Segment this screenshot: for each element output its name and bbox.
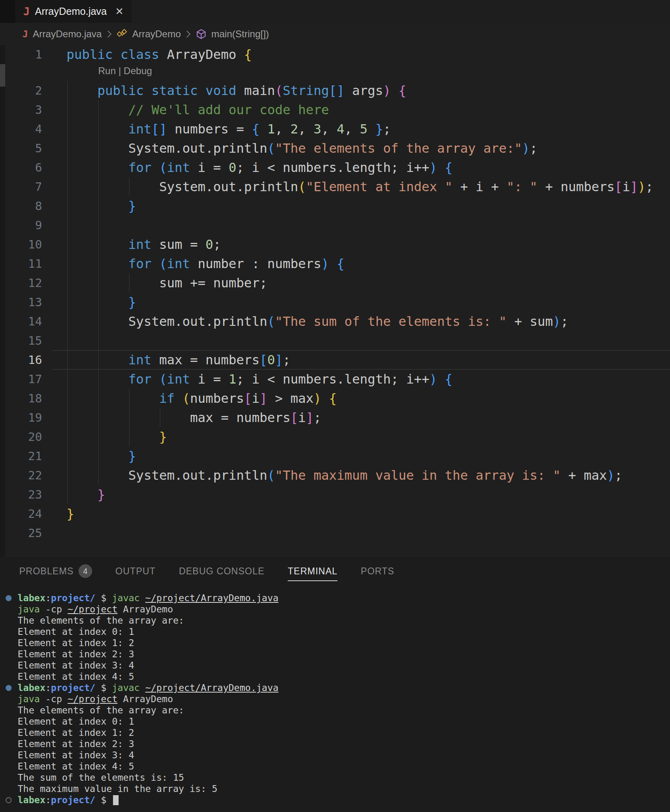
code-text: public static void main(String[] args) { (42, 81, 670, 100)
line-number[interactable]: 5 (0, 139, 42, 158)
code-line-8[interactable]: 8 } (0, 196, 670, 216)
bottom-panel: PROBLEMS4OUTPUTDEBUG CONSOLETERMINALPORT… (0, 557, 670, 812)
code-line-2[interactable]: 2 public static void main(String[] args)… (0, 81, 670, 100)
panel-tab-debug-console[interactable]: DEBUG CONSOLE (179, 557, 264, 585)
terminal-link[interactable]: ~/project/ArrayDemo.java (145, 593, 278, 603)
code-text: } (42, 293, 670, 312)
close-icon[interactable]: ✕ (115, 6, 124, 16)
terminal-link[interactable]: ~/project (68, 694, 118, 704)
code-line-12[interactable]: 12 sum += number; (0, 273, 670, 293)
terminal-line: Element at index 4: 5 (18, 761, 670, 772)
line-number[interactable]: 1 (0, 45, 42, 64)
code-line-19[interactable]: 19 max = numbers[i]; (0, 408, 670, 427)
panel-tab-label: PORTS (361, 557, 394, 585)
line-number[interactable]: 6 (0, 158, 42, 177)
tabbar-corner (0, 0, 15, 23)
code-line-6[interactable]: 6 for (int i = 0; i < numbers.length; i+… (0, 158, 670, 177)
line-number[interactable]: 22 (0, 466, 42, 485)
line-number[interactable]: 21 (0, 446, 42, 466)
code-text: for (int i = 0; i < numbers.length; i++)… (42, 158, 670, 177)
code-text: max = numbers[i]; (42, 408, 670, 427)
line-number[interactable]: 10 (0, 235, 42, 254)
code-line-21[interactable]: 21 } (0, 446, 670, 466)
line-number[interactable]: 17 (0, 370, 42, 389)
codelens-run-debug[interactable]: Run | Debug (0, 64, 670, 81)
terminal-line: The maximum value in the array is: 5 (18, 783, 670, 794)
line-number[interactable]: 19 (0, 408, 42, 427)
problems-badge: 4 (79, 564, 92, 578)
line-number[interactable]: 16 (0, 350, 42, 370)
line-number[interactable]: 15 (0, 331, 42, 350)
line-number[interactable]: 11 (0, 254, 42, 273)
code-text: int[] numbers = { 1, 2, 3, 4, 5 }; (42, 119, 670, 139)
code-line-3[interactable]: 3 // We'll add our code here (0, 100, 670, 119)
breadcrumb: J ArrayDemo.java ArrayDemo main(String[]… (0, 23, 670, 45)
code-line-22[interactable]: 22 System.out.println("The maximum value… (0, 466, 670, 485)
terminal-line: The elements of the array are: (18, 615, 670, 626)
line-number[interactable]: 12 (0, 273, 42, 293)
terminal-line: Element at index 2: 3 (18, 738, 670, 749)
code-line-15[interactable]: 15 (0, 331, 670, 350)
panel-tab-problems[interactable]: PROBLEMS4 (19, 557, 92, 585)
code-text (42, 216, 670, 235)
code-line-7[interactable]: 7 System.out.println("Element at index "… (0, 177, 670, 196)
code-text: // We'll add our code here (42, 100, 670, 119)
command-decoration-icon[interactable] (6, 797, 12, 803)
code-line-17[interactable]: 17 for (int i = 1; i < numbers.length; i… (0, 370, 670, 389)
code-text: } (42, 196, 670, 216)
line-number[interactable]: 13 (0, 293, 42, 312)
breadcrumb-method[interactable]: main(String[]) (211, 28, 269, 40)
panel-tab-bar: PROBLEMS4OUTPUTDEBUG CONSOLETERMINALPORT… (0, 557, 670, 585)
code-line-13[interactable]: 13 } (0, 293, 670, 312)
line-number[interactable]: 9 (0, 216, 42, 235)
line-number[interactable]: 25 (0, 523, 42, 543)
terminal-line: labex:project/ $ javac ~/project/ArrayDe… (18, 682, 670, 693)
line-number[interactable]: 3 (0, 100, 42, 119)
java-file-icon: J (23, 5, 30, 18)
breadcrumb-file[interactable]: ArrayDemo.java (33, 28, 102, 40)
indent-guide (129, 273, 129, 293)
code-line-20[interactable]: 20 } (0, 427, 670, 446)
line-number[interactable]: 24 (0, 504, 42, 523)
code-line-25[interactable]: 25 (0, 523, 670, 543)
code-line-16[interactable]: 16 int max = numbers[0]; (0, 350, 670, 370)
terminal-link[interactable]: ~/project/ArrayDemo.java (145, 683, 278, 693)
line-number[interactable]: 14 (0, 312, 42, 331)
terminal-line: Element at index 0: 1 (18, 716, 670, 727)
code-line-11[interactable]: 11 for (int number : numbers) { (0, 254, 670, 273)
indent-guide (160, 408, 160, 427)
code-line-9[interactable]: 9 (0, 216, 670, 235)
code-line-10[interactable]: 10 int sum = 0; (0, 235, 670, 254)
line-number[interactable]: 18 (0, 389, 42, 408)
line-number[interactable]: 4 (0, 119, 42, 139)
terminal[interactable]: labex:project/ $ javac ~/project/ArrayDe… (0, 585, 670, 812)
code-line-18[interactable]: 18 if (numbers[i] > max) { (0, 389, 670, 408)
panel-tab-terminal[interactable]: TERMINAL (288, 557, 337, 585)
line-number[interactable]: 2 (0, 81, 42, 100)
panel-tab-ports[interactable]: PORTS (361, 557, 394, 585)
breadcrumb-class[interactable]: ArrayDemo (132, 28, 181, 40)
code-line-24[interactable]: 24} (0, 504, 670, 523)
terminal-line: Element at index 3: 4 (18, 749, 670, 761)
line-number[interactable]: 7 (0, 177, 42, 196)
symbol-class-icon (117, 29, 127, 39)
code-line-4[interactable]: 4 int[] numbers = { 1, 2, 3, 4, 5 }; (0, 119, 670, 139)
code-line-23[interactable]: 23 } (0, 485, 670, 504)
panel-tab-output[interactable]: OUTPUT (115, 557, 156, 585)
code-line-1[interactable]: 1public class ArrayDemo { (0, 45, 670, 64)
line-number[interactable]: 20 (0, 427, 42, 446)
line-number[interactable]: 8 (0, 196, 42, 216)
code-text: System.out.println("The sum of the eleme… (42, 312, 670, 331)
code-line-14[interactable]: 14 System.out.println("The sum of the el… (0, 312, 670, 331)
tab-arraydemo-java[interactable]: J ArrayDemo.java ✕ (15, 0, 131, 23)
code-editor[interactable]: 1public class ArrayDemo {Run | Debug2 pu… (0, 45, 670, 557)
command-decoration-icon[interactable] (6, 685, 12, 691)
panel-tab-label: PROBLEMS (19, 557, 74, 585)
indent-guide (129, 389, 129, 446)
line-number[interactable]: 23 (0, 485, 42, 504)
terminal-line: The elements of the array are: (18, 705, 670, 716)
code-line-5[interactable]: 5 System.out.println("The elements of th… (0, 139, 670, 158)
command-decoration-icon[interactable] (6, 595, 12, 601)
terminal-link[interactable]: ~/project (68, 604, 118, 614)
chevron-right-icon (107, 30, 112, 38)
